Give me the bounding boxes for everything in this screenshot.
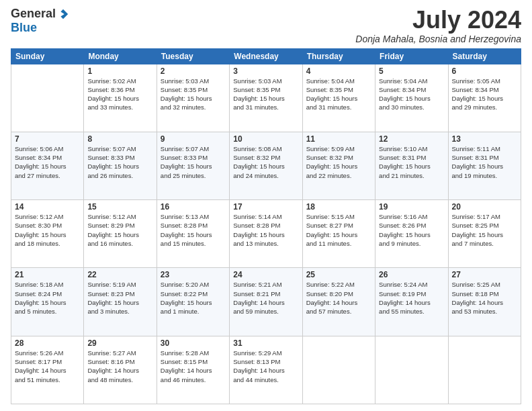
calendar-cell: 31Sunrise: 5:29 AM Sunset: 8:13 PM Dayli… [230,336,302,404]
calendar-cell: 26Sunrise: 5:24 AM Sunset: 8:19 PM Dayli… [375,268,448,336]
day-number: 24 [233,270,298,279]
day-info: Sunrise: 5:08 AM Sunset: 8:32 PM Dayligh… [233,144,298,180]
calendar-header-tuesday: Tuesday [157,48,229,64]
calendar-cell: 10Sunrise: 5:08 AM Sunset: 8:32 PM Dayli… [230,132,302,199]
day-info: Sunrise: 5:22 AM Sunset: 8:20 PM Dayligh… [306,280,371,316]
calendar-cell [11,64,84,132]
day-number: 18 [306,202,371,212]
day-info: Sunrise: 5:13 AM Sunset: 8:28 PM Dayligh… [161,212,226,248]
logo-blue-text: Blue [11,21,37,35]
calendar-header-sunday: Sunday [11,48,84,64]
calendar-header-monday: Monday [84,48,157,64]
logo-general-text: General [11,7,56,21]
calendar-cell: 25Sunrise: 5:22 AM Sunset: 8:20 PM Dayli… [302,268,375,336]
calendar-cell: 17Sunrise: 5:14 AM Sunset: 8:28 PM Dayli… [230,200,302,268]
calendar-cell: 4Sunrise: 5:04 AM Sunset: 8:35 PM Daylig… [302,64,375,132]
calendar-header-saturday: Saturday [448,48,521,64]
day-number: 19 [379,202,444,212]
calendar-cell: 6Sunrise: 5:05 AM Sunset: 8:34 PM Daylig… [448,64,521,132]
day-info: Sunrise: 5:09 AM Sunset: 8:32 PM Dayligh… [306,144,371,180]
calendar-cell: 2Sunrise: 5:03 AM Sunset: 8:35 PM Daylig… [157,64,229,132]
calendar-cell: 23Sunrise: 5:20 AM Sunset: 8:22 PM Dayli… [157,268,229,336]
logo: General Blue [11,7,69,35]
calendar-cell [375,336,448,404]
calendar-cell: 29Sunrise: 5:27 AM Sunset: 8:16 PM Dayli… [84,336,157,404]
day-info: Sunrise: 5:25 AM Sunset: 8:18 PM Dayligh… [452,280,517,316]
calendar-week-4: 21Sunrise: 5:18 AM Sunset: 8:24 PM Dayli… [11,268,521,336]
day-number: 2 [161,66,226,76]
day-info: Sunrise: 5:05 AM Sunset: 8:34 PM Dayligh… [452,77,517,112]
calendar-cell: 3Sunrise: 5:03 AM Sunset: 8:35 PM Daylig… [230,64,302,132]
day-info: Sunrise: 5:12 AM Sunset: 8:29 PM Dayligh… [87,212,152,248]
calendar-week-3: 14Sunrise: 5:12 AM Sunset: 8:30 PM Dayli… [11,200,521,268]
day-number: 4 [306,66,371,76]
day-number: 9 [161,134,226,144]
day-number: 1 [87,66,152,76]
calendar-cell: 21Sunrise: 5:18 AM Sunset: 8:24 PM Dayli… [11,268,84,336]
calendar-cell: 28Sunrise: 5:26 AM Sunset: 8:17 PM Dayli… [11,336,84,404]
day-info: Sunrise: 5:26 AM Sunset: 8:17 PM Dayligh… [15,349,80,384]
day-number: 31 [233,338,298,348]
header: General Blue July 2024 Donja Mahala, Bos… [11,7,521,44]
calendar-cell: 27Sunrise: 5:25 AM Sunset: 8:18 PM Dayli… [448,268,521,336]
page: General Blue July 2024 Donja Mahala, Bos… [0,0,532,411]
day-info: Sunrise: 5:12 AM Sunset: 8:30 PM Dayligh… [15,212,80,248]
day-info: Sunrise: 5:03 AM Sunset: 8:35 PM Dayligh… [233,77,298,112]
day-number: 28 [15,338,80,348]
day-info: Sunrise: 5:02 AM Sunset: 8:36 PM Dayligh… [87,77,152,112]
day-number: 26 [379,270,444,279]
calendar-week-1: 1Sunrise: 5:02 AM Sunset: 8:36 PM Daylig… [11,64,521,132]
calendar-cell: 20Sunrise: 5:17 AM Sunset: 8:25 PM Dayli… [448,200,521,268]
day-info: Sunrise: 5:29 AM Sunset: 8:13 PM Dayligh… [233,349,298,384]
day-number: 5 [379,66,444,76]
day-info: Sunrise: 5:21 AM Sunset: 8:21 PM Dayligh… [233,280,298,316]
calendar-cell: 24Sunrise: 5:21 AM Sunset: 8:21 PM Dayli… [230,268,302,336]
calendar-cell: 18Sunrise: 5:15 AM Sunset: 8:27 PM Dayli… [302,200,375,268]
calendar-cell: 19Sunrise: 5:16 AM Sunset: 8:26 PM Dayli… [375,200,448,268]
logo-icon [57,8,69,20]
calendar-header-row: SundayMondayTuesdayWednesdayThursdayFrid… [11,48,521,64]
month-title: July 2024 [355,7,521,34]
day-number: 8 [87,134,152,144]
day-info: Sunrise: 5:03 AM Sunset: 8:35 PM Dayligh… [161,77,226,112]
day-number: 12 [379,134,444,144]
day-number: 16 [161,202,226,212]
day-number: 21 [15,270,80,279]
day-info: Sunrise: 5:15 AM Sunset: 8:27 PM Dayligh… [306,212,371,248]
calendar-cell [448,336,521,404]
day-info: Sunrise: 5:04 AM Sunset: 8:35 PM Dayligh… [306,77,371,112]
day-info: Sunrise: 5:11 AM Sunset: 8:31 PM Dayligh… [452,144,517,180]
calendar-cell: 13Sunrise: 5:11 AM Sunset: 8:31 PM Dayli… [448,132,521,199]
day-number: 23 [161,270,226,279]
day-number: 15 [87,202,152,212]
day-info: Sunrise: 5:07 AM Sunset: 8:33 PM Dayligh… [87,144,152,180]
calendar-cell: 22Sunrise: 5:19 AM Sunset: 8:23 PM Dayli… [84,268,157,336]
calendar-cell: 8Sunrise: 5:07 AM Sunset: 8:33 PM Daylig… [84,132,157,199]
calendar-header-thursday: Thursday [302,48,375,64]
day-info: Sunrise: 5:10 AM Sunset: 8:31 PM Dayligh… [379,144,444,180]
day-number: 27 [452,270,517,279]
day-number: 6 [452,66,517,76]
day-number: 25 [306,270,371,279]
day-info: Sunrise: 5:27 AM Sunset: 8:16 PM Dayligh… [87,349,152,384]
calendar-cell: 15Sunrise: 5:12 AM Sunset: 8:29 PM Dayli… [84,200,157,268]
day-number: 10 [233,134,298,144]
day-number: 14 [15,202,80,212]
day-info: Sunrise: 5:07 AM Sunset: 8:33 PM Dayligh… [161,144,226,180]
day-info: Sunrise: 5:16 AM Sunset: 8:26 PM Dayligh… [379,212,444,248]
day-number: 30 [161,338,226,348]
calendar-cell: 14Sunrise: 5:12 AM Sunset: 8:30 PM Dayli… [11,200,84,268]
location: Donja Mahala, Bosnia and Herzegovina [355,34,521,44]
calendar-header-wednesday: Wednesday [230,48,302,64]
day-info: Sunrise: 5:19 AM Sunset: 8:23 PM Dayligh… [87,280,152,316]
calendar-cell: 12Sunrise: 5:10 AM Sunset: 8:31 PM Dayli… [375,132,448,199]
calendar-cell: 5Sunrise: 5:04 AM Sunset: 8:34 PM Daylig… [375,64,448,132]
calendar-cell: 16Sunrise: 5:13 AM Sunset: 8:28 PM Dayli… [157,200,229,268]
day-info: Sunrise: 5:14 AM Sunset: 8:28 PM Dayligh… [233,212,298,248]
day-number: 22 [87,270,152,279]
svg-marker-0 [60,9,68,18]
day-number: 29 [87,338,152,348]
day-number: 17 [233,202,298,212]
calendar-cell: 1Sunrise: 5:02 AM Sunset: 8:36 PM Daylig… [84,64,157,132]
day-info: Sunrise: 5:17 AM Sunset: 8:25 PM Dayligh… [452,212,517,248]
